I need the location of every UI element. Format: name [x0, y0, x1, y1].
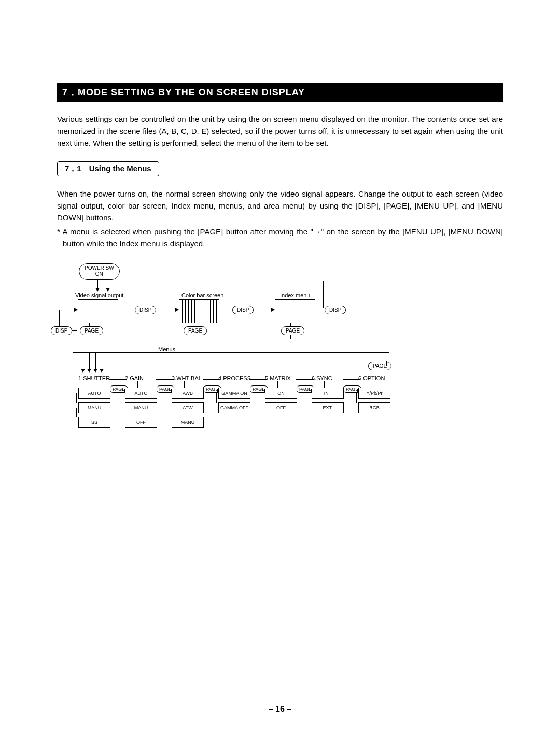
screen-index: [275, 299, 315, 323]
menu-header: 6.SYNC: [312, 375, 332, 381]
menu-header: 1.SHUTTER: [78, 375, 110, 381]
menu-option: RGB: [358, 402, 390, 413]
label-color-bar: Color bar screen: [181, 292, 223, 298]
menu-header: 3.WHT BAL: [172, 375, 202, 381]
menu-option: AUTO: [78, 388, 110, 399]
paragraph-usage: When the power turns on, the normal scre…: [57, 188, 503, 224]
menu-option: SS: [78, 417, 110, 428]
paragraph-intro: Various settings can be controlled on th…: [57, 113, 503, 149]
menus-label: Menus: [158, 346, 175, 352]
menu-option: GAMMA ON: [218, 388, 250, 399]
menu-option: ON: [265, 388, 297, 399]
page-oval-right: PAGE: [281, 326, 304, 335]
menu-header: 4.PROCESS: [218, 375, 251, 381]
menu-option: MANU: [172, 417, 204, 428]
subsection-title: 7．1 Using the Menus: [57, 161, 159, 176]
page-oval-loop: PAGE: [368, 362, 391, 370]
disp-oval-1: DISP: [135, 306, 156, 314]
screen-colorbar: [179, 299, 219, 323]
page-oval-mid: PAGE: [184, 326, 207, 335]
menu-option: AWB: [172, 388, 204, 399]
menu-flow-diagram: POWER SWON Video signal output Color bar…: [57, 263, 503, 460]
label-index-menu: Index menu: [280, 292, 310, 298]
disp-oval-return: DISP: [51, 326, 72, 335]
label-video-output: Video signal output: [75, 292, 123, 298]
menu-option: AUTO: [125, 388, 157, 399]
menu-option: GAMMA OFF: [218, 402, 250, 413]
menu-option: INT: [312, 388, 344, 399]
menu-option: Y/Pb/Pr: [358, 388, 390, 399]
menu-header: 2.GAIN: [125, 375, 144, 381]
footnote-menu-select: * A menu is selected when pushing the [P…: [57, 226, 503, 250]
disp-oval-2: DISP: [232, 306, 254, 314]
menu-option: ATW: [172, 402, 204, 413]
menu-option: EXT.: [312, 402, 344, 413]
power-sw-oval: POWER SWON: [79, 263, 120, 280]
menu-option: OFF: [265, 402, 297, 413]
menu-header: 5.MATRIX: [265, 375, 291, 381]
page-number: – 16 –: [0, 705, 560, 714]
menu-header: 6.OPTION: [358, 375, 385, 381]
menu-option: MANU: [125, 402, 157, 413]
section-title: 7．MODE SETTING BY THE ON SCREEN DISPLAY: [57, 83, 503, 102]
menu-option: OFF: [125, 417, 157, 428]
disp-oval-3: DISP: [325, 306, 346, 314]
screen-video: [78, 299, 118, 323]
menu-option: MANU: [78, 402, 110, 413]
